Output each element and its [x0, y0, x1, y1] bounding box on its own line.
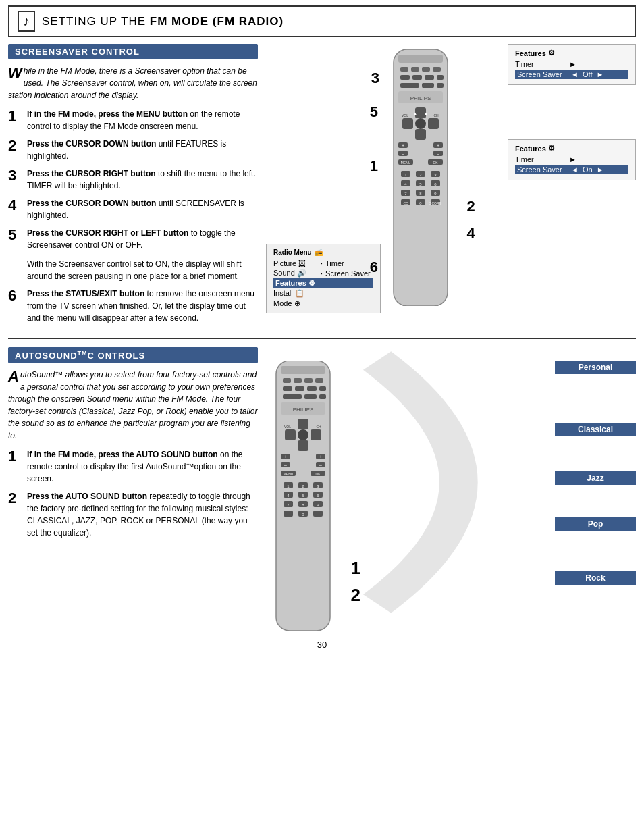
step-4-content: Press the CURSOR DOWN button until SCREE… [27, 197, 258, 221]
svg-rect-61 [281, 366, 325, 374]
svg-rect-6 [400, 75, 410, 80]
step-5-num: 5 [8, 227, 27, 242]
step-3-content: Press the CURSOR RIGHT button to shift t… [27, 167, 258, 192]
svg-text:CH: CH [316, 425, 321, 429]
svg-text:▲: ▲ [413, 111, 417, 115]
page-title-bar: ♪ Setting up the FM Mode (FM Radio) [8, 5, 636, 37]
svg-rect-77 [285, 429, 296, 440]
features-row-screensaver-off: Screen Saver ◄ Off ► [515, 70, 628, 79]
svg-point-79 [298, 429, 308, 440]
step-overlay-4: 4 [466, 225, 475, 242]
features-panel-off: Features ⚙ Timer ► Screen Saver ◄ Off ► [508, 44, 636, 85]
svg-text:MENU: MENU [284, 472, 294, 476]
step-2: 2 Press the CURSOR DOWN button until FEA… [8, 138, 258, 162]
svg-rect-75 [298, 419, 308, 429]
section-separator [8, 338, 636, 339]
step-5: 5 Press the CURSOR RIGHT or LEFT button … [8, 227, 258, 251]
svg-text:SCORE: SCORE [429, 201, 441, 205]
remote-control-bottom: PHILIPS VOL CH + + – – [266, 361, 340, 631]
step-1: 1 If in the FM mode, press the MENU butt… [8, 108, 258, 132]
svg-rect-78 [311, 429, 321, 440]
step-2-num: 2 [8, 138, 27, 153]
features-panel-title-2: Features ⚙ [515, 144, 628, 153]
autosound-step-2-num: 2 [8, 490, 27, 506]
svg-rect-4 [422, 67, 430, 72]
svg-rect-11 [422, 83, 434, 88]
svg-rect-7 [412, 75, 422, 80]
svg-text:PHILIPS: PHILIPS [293, 407, 314, 413]
radio-menu-box: Radio Menu 📻 Picture 🖼 ·Timer Sound 🔊 ·S… [266, 244, 381, 313]
sound-option-jazz: Jazz [555, 471, 636, 485]
step-overlay-5: 5 [370, 103, 378, 121]
step-overlay-2: 2 [466, 198, 475, 215]
svg-text:–: – [319, 463, 322, 467]
autosound-step-1-num: 1 [8, 448, 27, 464]
step-6-num: 6 [8, 288, 27, 303]
autosound-step-1-content: If in the FM mode, press the AUTO SOUND … [27, 448, 258, 485]
step-2-content: Press the CURSOR DOWN button until FEATU… [27, 138, 258, 162]
features-panel-title-1: Features ⚙ [515, 49, 628, 57]
svg-text:+: + [284, 454, 287, 459]
step-1-content: If in the FM mode, press the MENU button… [27, 108, 258, 132]
svg-text:+: + [402, 143, 404, 148]
page-title: Setting up the FM Mode (FM Radio) [42, 15, 284, 28]
svg-text:–: – [437, 151, 439, 156]
left-column: Screensaver Control While in the FM Mode… [8, 44, 258, 330]
svg-text:+: + [319, 454, 322, 459]
screensaver-note: With the Screensaver control set to ON, … [27, 258, 258, 282]
radio-icon: 📻 [315, 249, 323, 256]
menu-row-picture: Picture 🖼 ·Timer [273, 259, 373, 268]
svg-text:OK: OK [315, 472, 321, 476]
svg-rect-10 [400, 83, 419, 88]
svg-rect-64 [304, 378, 313, 383]
sound-option-personal: Personal [555, 361, 636, 374]
svg-text:–: – [284, 463, 287, 467]
svg-rect-66 [283, 386, 292, 391]
screensaver-steps: 1 If in the FM mode, press the MENU butt… [8, 108, 258, 251]
svg-rect-112 [284, 511, 293, 517]
autosound-step-2-content: Press the AUTO SOUND button repeatedly t… [27, 490, 258, 539]
step-3-num: 3 [8, 167, 27, 183]
svg-rect-62 [283, 378, 291, 383]
screensaver-intro: While in the FM Mode, there is a Screens… [8, 65, 258, 101]
svg-rect-9 [437, 75, 444, 80]
svg-text:OK: OK [433, 161, 438, 165]
svg-text:+: + [437, 143, 439, 148]
features-row-timer-2: Timer ► [515, 155, 628, 163]
step-6: 6 Press the STATUS/EXIT button to remove… [8, 288, 258, 324]
svg-text:VOL: VOL [284, 425, 291, 429]
svg-rect-114 [313, 511, 323, 517]
svg-rect-8 [425, 75, 434, 80]
menu-row-features: Features ⚙ [273, 278, 373, 288]
svg-rect-69 [319, 386, 326, 391]
step-overlay-3: 3 [371, 70, 379, 87]
sound-options: Personal Classical Jazz Pop Rock [348, 347, 636, 617]
svg-rect-12 [437, 83, 444, 88]
svg-rect-1 [398, 55, 443, 63]
step-3: 3 Press the CURSOR RIGHT button to shift… [8, 167, 258, 192]
svg-text:CC: CC [403, 201, 408, 205]
autosound-intro: AutoSound™ allows you to select from fou… [8, 369, 258, 442]
svg-text:VOL: VOL [402, 113, 408, 118]
svg-point-19 [415, 118, 426, 129]
step-6-content: Press the STATUS/EXIT button to remove t… [27, 288, 258, 324]
svg-text:PHILIPS: PHILIPS [410, 95, 431, 101]
svg-rect-17 [402, 118, 413, 129]
svg-text:▲: ▲ [424, 111, 428, 115]
svg-rect-16 [415, 129, 426, 140]
autosound-step-2: 2 Press the AUTO SOUND button repeatedly… [8, 490, 258, 539]
step-overlay-6: 6 [370, 259, 378, 276]
svg-rect-65 [315, 378, 323, 383]
svg-rect-2 [400, 67, 408, 72]
music-icon: ♪ [18, 11, 35, 32]
bottom-left-column: AutoSoundTMC ontrols AutoSound™ allows y… [8, 347, 258, 633]
svg-rect-72 [319, 394, 326, 399]
sound-option-rock: Rock [555, 571, 636, 585]
step-1-num: 1 [8, 108, 27, 124]
step-5-content: Press the CURSOR RIGHT or LEFT button to… [27, 227, 258, 251]
screensaver-header: Screensaver Control [8, 44, 258, 59]
menu-row-install: Install 📋 [273, 288, 373, 298]
svg-rect-71 [304, 394, 317, 399]
step-4-num: 4 [8, 197, 27, 213]
svg-text:CH: CH [433, 113, 439, 118]
